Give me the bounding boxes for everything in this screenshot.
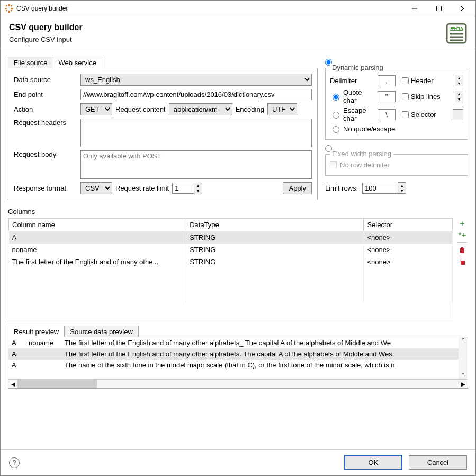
request-rate-label: Request rate limit — [115, 184, 169, 192]
delete-star-column-button[interactable]: * — [457, 256, 468, 267]
limit-rows-input[interactable] — [362, 183, 398, 194]
no-row-delim-checkbox — [330, 161, 337, 168]
columns-table[interactable]: Column name DataType Selector ASTRING<no… — [8, 218, 453, 318]
svg-text:CSV: CSV — [450, 24, 464, 32]
table-row — [9, 268, 453, 280]
encoding-select[interactable]: UTF- — [267, 103, 297, 115]
vertical-scrollbar[interactable]: ⌃ ⌄ — [459, 337, 468, 379]
selector-input — [453, 109, 463, 120]
fixed-parsing-legend: Fixed width parsing — [330, 150, 393, 158]
svg-rect-1 — [8, 11, 10, 13]
svg-rect-3 — [11, 8, 13, 9]
minimize-button[interactable] — [402, 1, 427, 16]
delimiter-label: Delimiter — [330, 77, 374, 85]
no-row-delim-label: No row delimiter — [340, 161, 390, 169]
col-header-selector[interactable]: Selector — [364, 219, 453, 231]
data-source-select[interactable]: ws_English — [80, 74, 312, 86]
header-label: Header — [411, 77, 434, 85]
table-row — [9, 280, 453, 291]
encoding-label: Encoding — [236, 105, 264, 113]
limit-up[interactable]: ▲ — [398, 183, 406, 188]
page-subtitle: Configure CSV input — [9, 35, 83, 43]
add-star-column-button[interactable]: *+ — [457, 229, 468, 240]
action-label: Action — [14, 105, 77, 113]
header-down[interactable]: ▼ — [455, 80, 463, 86]
no-quote-radio[interactable] — [333, 126, 339, 133]
response-format-select[interactable]: CSV — [80, 182, 112, 194]
end-point-input[interactable] — [80, 89, 312, 100]
rate-up-button[interactable]: ▲ — [194, 183, 202, 188]
quote-label: Quote char — [343, 88, 374, 104]
limit-rows-label: Limit rows: — [325, 184, 358, 192]
quote-radio[interactable] — [333, 94, 339, 101]
table-row: nonameSTRING<none> — [9, 244, 453, 256]
request-headers-label: Request headers — [14, 119, 77, 127]
request-headers-textarea[interactable] — [80, 119, 312, 147]
no-quote-label: No quote/escape — [343, 125, 395, 133]
ok-button[interactable]: OK — [344, 455, 402, 470]
help-button[interactable]: ? — [9, 457, 20, 468]
table-row: AThe first letter of the English and of … — [8, 348, 468, 360]
svg-rect-6 — [11, 5, 13, 7]
request-body-textarea — [80, 150, 312, 179]
svg-rect-0 — [8, 4, 10, 6]
maximize-button[interactable] — [427, 1, 451, 16]
columns-label: Columns — [8, 208, 468, 215]
csv-icon: CSV — [445, 22, 468, 47]
skip-checkbox[interactable] — [402, 93, 409, 100]
request-body-label: Request body — [14, 150, 77, 158]
table-row: ASTRING<none> — [9, 231, 453, 244]
quote-input[interactable] — [378, 91, 396, 102]
end-point-label: End point — [14, 91, 77, 98]
header-checkbox[interactable] — [402, 77, 409, 84]
data-source-label: Data source — [14, 76, 77, 84]
escape-label: Escape char — [343, 106, 374, 122]
tab-web-service[interactable]: Web service — [53, 57, 102, 68]
tab-file-source[interactable]: File source — [8, 57, 53, 68]
escape-radio[interactable] — [333, 112, 339, 119]
skip-down[interactable]: ▼ — [455, 96, 463, 102]
col-header-name[interactable]: Column name — [9, 219, 186, 231]
apply-button[interactable]: Apply — [283, 182, 312, 194]
skip-up[interactable]: ▲ — [455, 91, 463, 96]
close-button[interactable] — [451, 1, 475, 16]
limit-down[interactable]: ▼ — [398, 188, 406, 193]
horizontal-scrollbar[interactable]: ◀ ▶ — [8, 379, 468, 388]
tab-result-preview[interactable]: Result preview — [8, 326, 65, 337]
table-row — [9, 291, 453, 303]
col-header-type[interactable]: DataType — [186, 219, 364, 231]
preview-table[interactable]: AnonameThe first letter of the English a… — [8, 337, 468, 371]
request-content-label: Request content — [115, 105, 166, 113]
add-column-button[interactable]: + — [457, 218, 468, 228]
selector-label: Selector — [411, 111, 436, 119]
escape-input[interactable] — [378, 109, 396, 120]
skip-label: Skip lines — [411, 93, 441, 101]
delete-column-button[interactable] — [457, 245, 468, 255]
dynamic-parsing-legend: Dynamic parsing — [330, 64, 385, 71]
svg-rect-4 — [6, 5, 8, 7]
rate-down-button[interactable]: ▼ — [194, 188, 202, 194]
action-select[interactable]: GET — [80, 103, 112, 115]
svg-rect-7 — [6, 10, 8, 12]
request-content-select[interactable]: application/xm — [169, 103, 232, 115]
svg-rect-2 — [5, 8, 7, 9]
delimiter-input[interactable] — [378, 75, 396, 86]
cancel-button[interactable]: Cancel — [409, 455, 467, 470]
table-row: The first letter of the English and of m… — [9, 256, 453, 268]
header-up[interactable]: ▲ — [455, 75, 463, 80]
app-icon — [5, 4, 13, 13]
tab-source-preview[interactable]: Source data preview — [64, 326, 139, 337]
svg-rect-9 — [437, 6, 442, 11]
selector-checkbox[interactable] — [402, 111, 409, 118]
table-row: AnonameThe first letter of the English a… — [8, 337, 468, 348]
page-title: CSV query builder — [9, 23, 83, 32]
request-rate-input[interactable] — [172, 183, 194, 194]
svg-rect-5 — [11, 10, 13, 12]
window-title: CSV query builder — [16, 5, 402, 12]
table-row: AThe name of the sixth tone in the model… — [8, 360, 468, 371]
response-format-label: Response format — [14, 184, 77, 192]
